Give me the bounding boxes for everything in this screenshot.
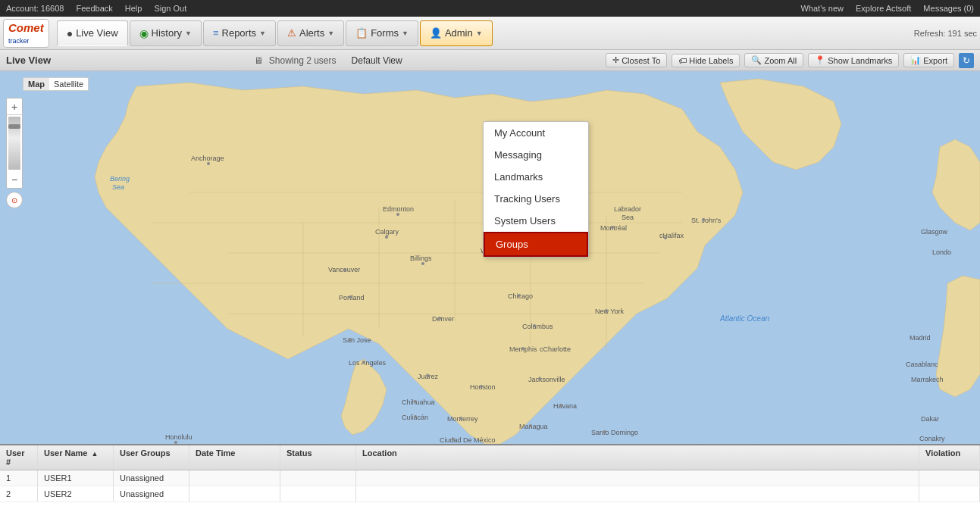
svg-point-76 [603, 430, 606, 433]
svg-point-53 [538, 377, 541, 380]
compass[interactable]: ⊙ [6, 192, 23, 208]
col-header-datetime: Date Time [189, 445, 280, 470]
liveview-icon: ● [67, 27, 73, 39]
col-header-num: User # [0, 445, 38, 470]
help-link[interactable]: Help [125, 4, 142, 13]
whatsnew-link[interactable]: What's new [800, 4, 844, 13]
svg-text:Sea: Sea [112, 183, 124, 191]
svg-point-57 [529, 424, 532, 427]
bottom-section: User # User Name ▲ User Groups Date Time… [0, 444, 980, 523]
tab-reports[interactable]: ≡ Reports ▼ [203, 20, 276, 46]
svg-point-44 [480, 385, 483, 388]
svg-point-24 [349, 295, 352, 298]
menu-item-system-users[interactable]: System Users [484, 210, 588, 232]
svg-text:Sea: Sea [622, 214, 634, 221]
hide-labels-icon: 🏷 [678, 56, 687, 65]
history-arrow: ▼ [185, 30, 192, 37]
closest-to-button[interactable]: ✛ Closest To [606, 53, 667, 67]
svg-text:Chihuahua: Chihuahua [402, 398, 435, 406]
tab-admin[interactable]: 👤 Admin ▼ [420, 20, 493, 46]
col-header-location: Location [356, 445, 919, 470]
zoom-out-button[interactable]: − [6, 171, 23, 188]
show-landmarks-button[interactable]: 📍 Show Landmarks [808, 53, 899, 67]
svg-text:Atlantic Ocean: Atlantic Ocean [719, 314, 769, 323]
zoom-in-button[interactable]: + [6, 98, 23, 115]
tab-liveview[interactable]: ● Live View [57, 20, 128, 46]
export-button[interactable]: 📊 Export [903, 53, 954, 67]
refresh-button[interactable]: ↻ [959, 53, 974, 68]
col-num-label: User # [6, 448, 24, 467]
table-row[interactable]: 1 USER1 Unassigned [0, 470, 980, 486]
zoom-all-button[interactable]: 🔍 Zoom All [744, 53, 803, 67]
map-type-map[interactable]: Map [23, 78, 49, 90]
col-header-groups: User Groups [114, 445, 189, 470]
showing-label: Showing 2 users [269, 55, 337, 66]
hide-labels-button[interactable]: 🏷 Hide Labels [672, 54, 740, 67]
tab-alerts[interactable]: ⚠ Alerts ▼ [277, 20, 344, 46]
logo[interactable]: Comet tracker [3, 19, 49, 48]
map-type-selector[interactable]: Map Satellite [23, 77, 89, 91]
tab-forms[interactable]: 📋 Forms ▼ [346, 20, 418, 46]
svg-text:Bering: Bering [110, 175, 130, 183]
refresh-label: Refresh: 191 sec [914, 29, 977, 38]
col-header-username[interactable]: User Name ▲ [38, 445, 114, 470]
svg-point-36 [414, 415, 417, 418]
signout-link[interactable]: Sign Out [154, 4, 186, 13]
feedback-link[interactable]: Feedback [76, 4, 112, 13]
admin-dropdown-menu: My Account Messaging Landmarks Tracking … [483, 121, 589, 258]
svg-text:Calgary: Calgary [375, 228, 399, 236]
menu-item-tracking-users[interactable]: Tracking Users [484, 188, 588, 210]
export-label: Export [923, 56, 947, 65]
showing-users: 🖥 Showing 2 users Default View [57, 55, 600, 66]
col-location-label: Location [362, 448, 397, 458]
svg-point-55 [559, 404, 562, 407]
svg-text:Anchorage: Anchorage [191, 155, 224, 162]
explore-link[interactable]: Explore Actsoft [856, 4, 911, 13]
messages-link[interactable]: Messages (0) [923, 4, 974, 13]
row2-num: 2 [0, 486, 38, 501]
zoom-controls: + − ⊙ [6, 98, 23, 208]
zoom-all-label: Zoom All [764, 56, 797, 65]
row1-violation [919, 470, 980, 486]
admin-label: Admin [445, 27, 473, 39]
menu-item-groups[interactable]: Groups [484, 232, 588, 257]
table-row[interactable]: 2 USER2 Unassigned [0, 486, 980, 502]
row2-status [280, 486, 356, 501]
svg-text:Houston: Houston [470, 383, 496, 391]
svg-text:Managua: Managua [519, 423, 548, 430]
admin-icon: 👤 [430, 27, 442, 39]
sort-arrow-username: ▲ [92, 450, 99, 458]
col-header-status: Status [280, 445, 356, 470]
forms-arrow: ▼ [402, 30, 409, 37]
svg-point-16 [396, 213, 399, 216]
svg-point-18 [385, 236, 388, 239]
row2-groups: Unassigned [114, 486, 189, 501]
svg-point-26 [438, 317, 441, 320]
svg-text:cHalifax: cHalifax [659, 232, 684, 239]
menu-item-messaging[interactable]: Messaging [484, 144, 588, 166]
liveview-toolbar: Live View 🖥 Showing 2 users Default View… [0, 50, 980, 71]
history-label: History [152, 27, 182, 39]
svg-point-20 [343, 268, 346, 271]
tab-history[interactable]: ◉ History ▼ [130, 20, 202, 46]
svg-point-30 [362, 361, 365, 364]
map-type-satellite[interactable]: Satellite [49, 78, 88, 90]
default-view-label[interactable]: Default View [352, 55, 402, 66]
menu-item-my-account[interactable]: My Account [484, 122, 588, 144]
alerts-arrow: ▼ [327, 30, 334, 37]
export-icon: 📊 [910, 55, 921, 65]
table-header: User # User Name ▲ User Groups Date Time… [0, 445, 980, 470]
row2-violation [919, 486, 980, 501]
svg-point-69 [702, 218, 705, 221]
top-bar-right: What's new Explore Actsoft Messages (0) [800, 4, 974, 13]
show-landmarks-icon: 📍 [815, 55, 825, 65]
col-username-label: User Name [44, 448, 87, 458]
svg-point-67 [664, 236, 667, 239]
admin-arrow: ▼ [476, 30, 483, 37]
col-violation-label: Violation [925, 448, 960, 458]
map-container[interactable]: Anchorage Bering Sea Edmonton Calgary Va… [0, 71, 980, 444]
forms-icon: 📋 [355, 27, 368, 39]
svg-text:Marrakech: Marrakech [911, 376, 944, 383]
menu-item-landmarks[interactable]: Landmarks [484, 166, 588, 188]
hide-labels-label: Hide Labels [689, 56, 733, 65]
